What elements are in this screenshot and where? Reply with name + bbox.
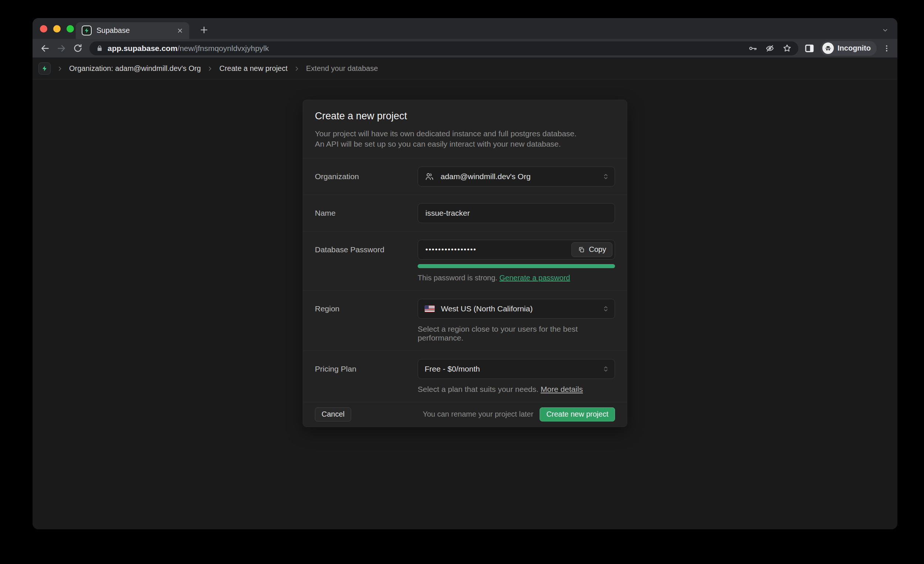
incognito-badge[interactable]: Incognito	[820, 41, 877, 56]
password-strength-text: This password is strong.	[418, 274, 498, 282]
chevron-updown-icon	[602, 365, 610, 373]
card-header: Create a new project Your project will h…	[303, 100, 627, 158]
create-project-card: Create a new project Your project will h…	[303, 100, 627, 427]
eye-slash-icon[interactable]	[765, 44, 774, 53]
pricing-label: Pricing Plan	[315, 359, 418, 394]
back-icon[interactable]	[37, 40, 53, 57]
region-value: West US (North California)	[441, 304, 532, 313]
address-bar-icons	[748, 43, 792, 53]
users-icon	[424, 172, 434, 181]
password-row: Database Password Copy	[303, 231, 627, 290]
copy-icon	[578, 246, 585, 253]
pricing-row: Pricing Plan Free - $0/month Select a pl…	[303, 350, 627, 402]
tab-supabase[interactable]: Supabase	[76, 22, 189, 39]
password-hint: This password is strong. Generate a pass…	[418, 274, 615, 282]
chevron-updown-icon	[602, 305, 610, 313]
breadcrumb-organization[interactable]: Organization: adam@windmill.dev's Org	[69, 64, 201, 73]
incognito-label: Incognito	[837, 44, 871, 52]
tab-close-icon[interactable]	[177, 27, 183, 34]
zoom-window-button[interactable]	[66, 25, 74, 33]
chevron-updown-icon	[602, 172, 610, 181]
project-name-input[interactable]	[418, 203, 615, 223]
pricing-select[interactable]: Free - $0/month	[418, 359, 615, 379]
minimize-window-button[interactable]	[53, 25, 61, 33]
organization-select[interactable]: adam@windmill.dev's Org	[418, 167, 615, 187]
region-hint: Select a region close to your users for …	[418, 325, 615, 343]
side-panel-icon[interactable]	[804, 43, 814, 54]
create-new-project-button[interactable]: Create new project	[540, 407, 615, 422]
copy-password-button[interactable]: Copy	[572, 242, 612, 257]
breadcrumb-create-project[interactable]: Create a new project	[219, 64, 288, 73]
us-flag-icon	[424, 305, 435, 312]
card-description: Your project will have its own dedicated…	[315, 129, 615, 149]
organization-label: Organization	[315, 167, 418, 187]
bookmark-star-icon[interactable]	[783, 43, 792, 53]
main-content: Create a new project Your project will h…	[33, 79, 897, 529]
tab-title: Supabase	[96, 26, 172, 35]
pricing-hint: Select a plan that suits your needs. Mor…	[418, 385, 615, 394]
reload-icon[interactable]	[69, 40, 86, 57]
rename-note: You can rename your project later	[423, 410, 533, 419]
forward-icon[interactable]	[53, 40, 69, 57]
name-row: Name	[303, 194, 627, 231]
tab-search-chevron-icon[interactable]	[882, 27, 888, 34]
menu-dots-icon[interactable]	[883, 44, 891, 52]
region-row: Region West US (North California) Select…	[303, 290, 627, 350]
new-tab-button[interactable]	[200, 25, 208, 34]
url-text: app.supabase.com/new/jfnsmqoynldvxjyhpyl…	[108, 44, 748, 53]
region-select[interactable]: West US (North California)	[418, 299, 615, 319]
address-bar[interactable]: app.supabase.com/new/jfnsmqoynldvxjyhpyl…	[90, 41, 798, 55]
page: Organization: adam@windmill.dev's Org Cr…	[33, 58, 897, 529]
card-footer: Cancel You can rename your project later…	[303, 402, 627, 426]
chevron-right-icon	[207, 66, 213, 72]
password-strength-bar	[418, 264, 615, 268]
organization-value: adam@windmill.dev's Org	[441, 172, 531, 181]
toolbar-right: Incognito	[802, 41, 893, 56]
url-host: app.supabase.com	[108, 44, 177, 52]
copy-button-label: Copy	[589, 245, 606, 254]
supabase-favicon-icon	[82, 25, 92, 36]
tab-strip: Supabase	[33, 18, 897, 39]
password-label: Database Password	[315, 240, 418, 282]
window-controls	[40, 25, 74, 33]
url-path: /new/jfnsmqoynldvxjyhpylk	[177, 44, 269, 52]
lock-icon	[96, 45, 103, 52]
browser-window: Supabase app.supabase.com/new/jfnsmqoynl…	[33, 18, 897, 529]
pricing-hint-text: Select a plan that suits your needs.	[418, 385, 538, 393]
supabase-logo-icon[interactable]	[39, 63, 51, 75]
browser-toolbar: app.supabase.com/new/jfnsmqoynldvxjyhpyl…	[33, 39, 897, 58]
description-line-1: Your project will have its own dedicated…	[315, 129, 615, 139]
pricing-value: Free - $0/month	[424, 365, 480, 373]
region-label: Region	[315, 299, 418, 343]
description-line-2: An API will be set up so you can easily …	[315, 139, 615, 149]
page-title: Create a new project	[315, 111, 615, 122]
incognito-icon	[822, 42, 834, 54]
more-details-link[interactable]: More details	[541, 385, 583, 393]
close-window-button[interactable]	[40, 25, 47, 33]
breadcrumb: Organization: adam@windmill.dev's Org Cr…	[33, 58, 897, 79]
cancel-button[interactable]: Cancel	[315, 407, 351, 422]
chevron-right-icon	[57, 66, 63, 72]
organization-row: Organization adam@windmill.dev's Org	[303, 158, 627, 194]
name-label: Name	[315, 203, 418, 223]
password-key-icon[interactable]	[748, 44, 757, 53]
chevron-right-icon	[294, 66, 300, 72]
generate-password-link[interactable]: Generate a password	[500, 274, 570, 282]
breadcrumb-extend-database: Extend your database	[306, 64, 378, 73]
